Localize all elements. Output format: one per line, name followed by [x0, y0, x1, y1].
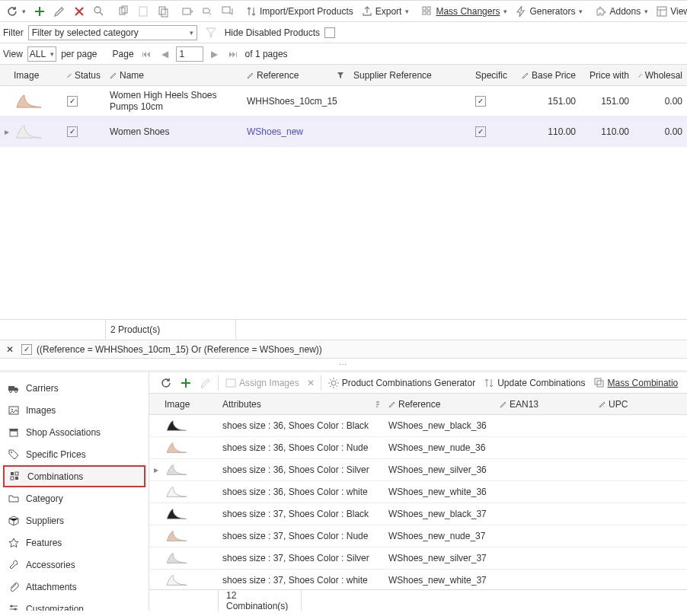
sidebar-item-carriers[interactable]: Carriers [3, 377, 145, 399]
col-reference[interactable]: Reference [257, 70, 299, 81]
sidebar-item-attachments[interactable]: Attachments [3, 576, 145, 598]
table-row[interactable]: shoes size : 37, Shoes Color : Nude WSho… [149, 525, 687, 547]
sidebar-item-images[interactable]: Images [3, 399, 145, 421]
assign-images-button[interactable]: Assign Images [222, 374, 302, 392]
col-name[interactable]: Name [120, 70, 144, 81]
col-base[interactable]: Base Price [532, 70, 576, 81]
bottom-panel: Carriers Images Shop Associations Specif… [0, 370, 687, 611]
filter-enabled-checkbox[interactable] [21, 344, 32, 355]
specific-checkbox[interactable] [475, 126, 486, 137]
table-row[interactable]: shoes size : 37, Shoes Color : white WSh… [149, 570, 687, 589]
addons-button[interactable]: Addons▾ [592, 2, 651, 21]
combinations-toolbar: Assign Images ✕ Product Combinations Gen… [149, 372, 687, 394]
tb-btn-3[interactable] [218, 2, 236, 21]
svg-point-17 [11, 409, 13, 410]
next-page-button[interactable]: ▶ [208, 45, 221, 63]
col-specific[interactable]: Specific [475, 70, 507, 81]
folder-icon [8, 493, 20, 505]
col-image[interactable]: Image [14, 70, 39, 81]
col2-upc[interactable]: UPC [609, 399, 628, 410]
search-icon [93, 5, 105, 18]
svg-rect-4 [159, 7, 165, 14]
clear-button[interactable]: ✕ [304, 374, 318, 392]
sidebar-item-suppliers[interactable]: Suppliers [3, 509, 145, 531]
page-size-select[interactable]: ALL▾ [27, 46, 56, 62]
splitter-handle[interactable]: ⋯ [0, 359, 687, 370]
status-checkbox[interactable] [67, 96, 78, 107]
sidebar-item-combinations[interactable]: Combinations [3, 465, 145, 487]
edit-button[interactable] [50, 2, 69, 21]
sidebar-item-shop[interactable]: Shop Associations [3, 421, 145, 443]
layout-icon [656, 5, 668, 18]
update-combos-button[interactable]: Update Combinations [480, 374, 588, 392]
col2-ref[interactable]: Reference [398, 399, 440, 410]
search-button[interactable] [90, 2, 108, 21]
refresh-button[interactable]: ▾ [3, 2, 29, 21]
col-status[interactable]: Status [75, 70, 101, 81]
clear-filter-button[interactable] [202, 24, 220, 42]
pencil-icon [599, 401, 606, 408]
mass-changers-button[interactable]: Mass Changers▾ [418, 2, 510, 21]
table-row[interactable]: shoes size : 36, Shoes Color : Black WSh… [149, 415, 687, 437]
combo-ref: WShoes_new_black_37 [388, 509, 487, 519]
add-combo-button[interactable] [177, 374, 195, 392]
funnel-x-icon [205, 27, 217, 39]
filter-category-combo[interactable]: Filter by selected category▾ [28, 25, 197, 40]
import-export-label: Import/Export Products [260, 6, 353, 17]
table-row[interactable]: Women High Heels Shoes Pumps 10cm WHHSho… [0, 86, 687, 116]
table-row[interactable]: shoes size : 37, Shoes Color : Black WSh… [149, 503, 687, 525]
hide-disabled-checkbox[interactable] [324, 27, 335, 38]
col-supplier[interactable]: Supplier Reference [353, 70, 432, 81]
combo-ref: WShoes_new_silver_37 [388, 553, 487, 563]
table-row[interactable]: shoes size : 37, Shoes Color : Silver WS… [149, 547, 687, 570]
add-button[interactable] [30, 2, 49, 21]
import-export-button[interactable]: Import/Export Products [242, 2, 356, 21]
copy-button[interactable] [114, 2, 133, 21]
combos-status-row: 12 Combination(s) [149, 589, 687, 611]
sidebar-item-accessories[interactable]: Accessories [3, 554, 145, 576]
per-page-label: per page [61, 49, 97, 59]
refresh-combos-button[interactable] [157, 374, 175, 392]
combo-attr: shoes size : 37, Shoes Color : white [222, 575, 368, 586]
col-price[interactable]: Price with [590, 70, 629, 81]
prev-page-button[interactable]: ◀ [158, 45, 171, 63]
sidebar-item-features[interactable]: Features [3, 531, 145, 554]
product-status-row: 2 Product(s) [0, 319, 687, 340]
col-wholesale[interactable]: Wholesal [645, 70, 682, 81]
export-button[interactable]: Export▾ [358, 2, 413, 21]
table-row[interactable]: shoes size : 36, Shoes Color : Nude WSho… [149, 437, 687, 459]
generators-button[interactable]: Generators▾ [512, 2, 586, 21]
mass-combos-button[interactable]: Mass Combinatio [590, 374, 682, 392]
tb-btn-1[interactable] [178, 2, 197, 21]
clipboard-button[interactable] [154, 2, 172, 21]
product-ref[interactable]: WShoes_new [247, 126, 303, 137]
sidebar-item-customization[interactable]: Customization [3, 598, 145, 611]
plus-icon [180, 377, 192, 389]
view-button[interactable]: View [653, 2, 687, 21]
last-page-button[interactable]: ⏭ [225, 45, 241, 63]
truck-icon [8, 382, 20, 394]
delete-button[interactable] [70, 2, 88, 21]
wholesale: 0.00 [665, 126, 682, 137]
page-total-label: of 1 pages [245, 49, 288, 59]
svg-rect-21 [15, 472, 18, 475]
edit-combo-button[interactable] [197, 374, 215, 392]
paste-button[interactable] [134, 2, 152, 21]
col2-attr[interactable]: Attributes [222, 399, 261, 410]
table-row[interactable]: shoes size : 36, Shoes Color : white WSh… [149, 481, 687, 503]
table-row[interactable]: ▸ Women Shoes WShoes_new 110.00 110.00 0… [0, 116, 687, 147]
sidebar-item-specific[interactable]: Specific Prices [3, 443, 145, 465]
detail-sidebar: Carriers Images Shop Associations Specif… [0, 372, 149, 611]
status-checkbox[interactable] [67, 126, 78, 137]
specific-checkbox[interactable] [475, 96, 486, 107]
tb-btn-2[interactable] [198, 2, 216, 21]
col2-image[interactable]: Image [165, 399, 190, 410]
col2-ean[interactable]: EAN13 [510, 399, 538, 410]
table-row[interactable]: ▸ shoes size : 36, Shoes Color : Silver … [149, 459, 687, 481]
first-page-button[interactable]: ⏮ [139, 45, 154, 63]
close-filter-button[interactable]: ✕ [3, 340, 17, 359]
page-input[interactable] [176, 46, 203, 62]
sidebar-item-category[interactable]: Category [3, 487, 145, 509]
pcg-button[interactable]: Product Combinations Generator [324, 374, 478, 392]
view-label: View [3, 49, 23, 59]
